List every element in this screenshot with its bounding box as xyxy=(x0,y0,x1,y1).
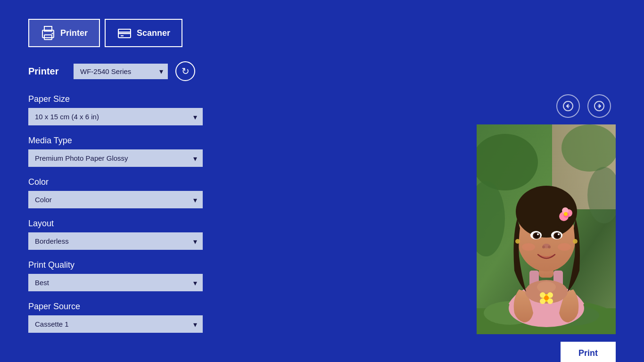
next-icon xyxy=(594,100,605,112)
layout-select[interactable]: Borderless With Border Standard xyxy=(28,232,203,250)
paper-size-label: Paper Size xyxy=(28,94,255,104)
svg-point-46 xyxy=(558,243,571,251)
form-panel: Paper Size 10 x 15 cm (4 x 6 in) A4 Lett… xyxy=(28,94,255,362)
print-button[interactable]: Print xyxy=(561,342,616,362)
photo-image xyxy=(477,124,616,334)
print-button-label: Print xyxy=(578,348,598,358)
print-quality-label: Print Quality xyxy=(28,260,255,270)
printer-icon xyxy=(41,25,56,41)
color-select[interactable]: Color Black/White Grayscale xyxy=(28,191,203,208)
paper-source-select[interactable]: Cassette 1 Rear Paper Feed Auto xyxy=(28,315,203,333)
svg-point-41 xyxy=(558,233,560,235)
svg-point-44 xyxy=(548,246,551,248)
preview-actions xyxy=(556,94,616,118)
svg-rect-5 xyxy=(118,29,131,32)
media-type-label: Media Type xyxy=(28,136,255,146)
layout-label: Layout xyxy=(28,219,255,229)
preview-panel: Print xyxy=(273,94,616,362)
refresh-icon: ↻ xyxy=(182,66,190,77)
color-label: Color xyxy=(28,177,255,187)
next-image-button[interactable] xyxy=(587,94,611,118)
svg-point-3 xyxy=(52,33,53,34)
svg-point-53 xyxy=(573,239,578,244)
photo-preview xyxy=(477,124,616,334)
color-group: Color Color Black/White Grayscale xyxy=(28,177,255,208)
svg-point-43 xyxy=(542,246,545,248)
media-type-group: Media Type Premium Photo Paper Glossy Pr… xyxy=(28,136,255,167)
svg-point-16 xyxy=(561,124,616,172)
paper-size-select[interactable]: 10 x 15 cm (4 x 6 in) A4 Letter 13 x 18 … xyxy=(28,108,203,125)
paper-source-label: Paper Source xyxy=(28,302,255,312)
previous-icon xyxy=(562,100,574,112)
tab-scanner[interactable]: Scanner xyxy=(105,19,182,47)
svg-point-45 xyxy=(522,243,535,251)
printer-select[interactable]: WF-2540 Series WF-2010 Series WF-3640 Se… xyxy=(74,64,168,79)
previous-image-button[interactable] xyxy=(556,94,580,118)
paper-source-group: Paper Source Cassette 1 Rear Paper Feed … xyxy=(28,302,255,333)
tab-printer-label: Printer xyxy=(60,28,88,38)
tab-scanner-label: Scanner xyxy=(137,28,170,38)
print-quality-select[interactable]: Best Fine Normal Draft xyxy=(28,274,203,291)
svg-point-51 xyxy=(564,212,568,216)
printer-label: Printer xyxy=(28,66,66,77)
paper-size-group: Paper Size 10 x 15 cm (4 x 6 in) A4 Lett… xyxy=(28,94,255,125)
media-type-select[interactable]: Premium Photo Paper Glossy Premium Photo… xyxy=(28,149,203,167)
svg-point-59 xyxy=(544,296,549,300)
svg-point-29 xyxy=(537,281,556,293)
tab-printer[interactable]: Printer xyxy=(28,19,100,47)
scanner-icon xyxy=(117,25,132,41)
refresh-button[interactable]: ↻ xyxy=(175,61,195,81)
layout-group: Layout Borderless With Border Standard xyxy=(28,219,255,250)
print-quality-group: Print Quality Best Fine Normal Draft xyxy=(28,260,255,291)
svg-point-52 xyxy=(515,239,520,244)
svg-point-40 xyxy=(537,233,539,235)
